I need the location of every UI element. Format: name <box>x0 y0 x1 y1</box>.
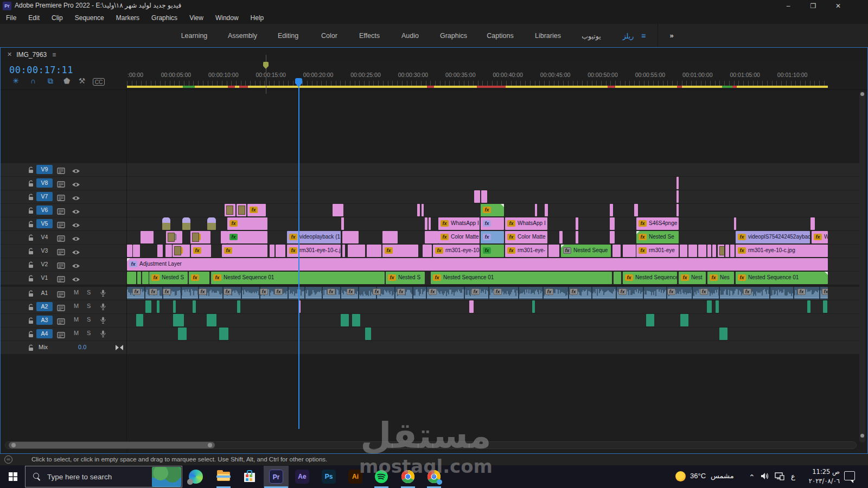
clip[interactable] <box>417 204 420 216</box>
solo-button[interactable]: S <box>87 330 91 336</box>
clip[interactable] <box>548 245 559 257</box>
clip[interactable]: rm301-eye-10-c.jfx <box>433 245 480 257</box>
weather-sun-icon[interactable] <box>675 471 686 481</box>
ruler-ticks[interactable] <box>127 81 828 86</box>
track-name-badge[interactable]: A4 <box>36 329 53 338</box>
network-icon[interactable] <box>775 472 784 480</box>
clip[interactable] <box>423 245 432 257</box>
clip[interactable]: Nested Sfx <box>386 272 425 284</box>
workspace-tab[interactable]: ريلز <box>623 32 634 40</box>
clip[interactable] <box>207 217 216 230</box>
clip[interactable]: fx <box>227 231 267 243</box>
lock-icon[interactable] <box>28 261 34 271</box>
sequence-marker-icon[interactable] <box>263 62 269 69</box>
clip[interactable] <box>610 217 615 230</box>
clip[interactable]: rm301-eyefx <box>636 245 679 257</box>
clip[interactable] <box>133 245 140 257</box>
clip[interactable]: Nested Sfx <box>149 272 188 284</box>
clip[interactable] <box>680 314 688 326</box>
vertical-scrollbar[interactable] <box>859 91 865 442</box>
clip[interactable] <box>342 231 359 243</box>
taskbar-app-photoshop[interactable]: Ps <box>322 470 336 484</box>
clip[interactable] <box>352 314 360 326</box>
workspace-tab[interactable]: Effects <box>359 32 380 40</box>
clip[interactable]: Nested Sefx <box>636 231 679 243</box>
clip[interactable] <box>612 245 621 257</box>
clip[interactable] <box>719 328 727 340</box>
clip[interactable] <box>173 314 184 326</box>
sync-lock-icon[interactable] <box>57 234 65 244</box>
clip[interactable] <box>341 217 344 230</box>
clip[interactable] <box>623 245 636 257</box>
clip[interactable]: Adjustment Layerfx <box>127 258 828 271</box>
lock-icon[interactable] <box>28 207 34 216</box>
lock-icon[interactable] <box>28 274 34 284</box>
clip[interactable] <box>142 272 149 284</box>
clip[interactable] <box>676 190 679 203</box>
clip[interactable] <box>810 217 815 230</box>
solo-button[interactable]: S <box>87 289 91 296</box>
clip[interactable] <box>137 272 141 284</box>
menu-graphics[interactable]: Graphics <box>145 14 183 22</box>
clip[interactable]: fx <box>227 217 267 230</box>
clip[interactable] <box>237 204 246 216</box>
lock-icon[interactable] <box>28 166 34 176</box>
track-name-badge[interactable]: A1 <box>36 288 53 298</box>
clip[interactable] <box>676 204 679 216</box>
menu-sequence[interactable]: Sequence <box>69 14 110 22</box>
track-output-eye-icon[interactable] <box>72 194 80 203</box>
clip[interactable]: fx <box>481 245 504 257</box>
clip[interactable]: fx <box>247 204 266 216</box>
clip[interactable] <box>165 245 172 257</box>
clip[interactable] <box>634 204 638 216</box>
clip[interactable]: Nested Sequencefx <box>623 272 677 284</box>
track-output-eye-icon[interactable] <box>72 180 80 190</box>
lock-icon[interactable] <box>28 290 34 299</box>
clip[interactable] <box>341 314 349 326</box>
clip[interactable] <box>610 204 613 216</box>
sync-lock-icon[interactable] <box>57 207 65 217</box>
clip[interactable] <box>219 328 228 340</box>
clip[interactable] <box>707 245 711 257</box>
menu-clip[interactable]: Clip <box>46 14 69 22</box>
clip[interactable]: fx <box>190 231 210 243</box>
clip[interactable] <box>545 204 548 216</box>
clip[interactable] <box>481 190 487 203</box>
track-output-eye-icon[interactable] <box>72 221 80 230</box>
voiceover-mic-icon[interactable] <box>100 303 106 313</box>
weather-temp[interactable]: 36°C <box>690 472 706 480</box>
clip[interactable] <box>712 245 716 257</box>
language-indicator[interactable]: ع <box>791 472 795 480</box>
lock-icon[interactable] <box>28 220 34 230</box>
sync-lock-icon[interactable] <box>57 275 65 285</box>
audio-waveform-clip[interactable]: fxfxfxfxfxfxfxfxfxfxfxfxfxfxfxfxfxfxfxfx… <box>127 287 828 299</box>
clip[interactable] <box>680 245 687 257</box>
scrollbar-handle-left[interactable] <box>11 443 16 447</box>
taskbar-app-aftereffects[interactable]: Ae <box>295 470 309 484</box>
clip[interactable]: fx <box>481 204 504 216</box>
clip[interactable] <box>145 300 151 313</box>
solo-button[interactable]: S <box>87 303 91 309</box>
clip[interactable] <box>532 300 535 313</box>
clip[interactable] <box>734 217 736 230</box>
keyframe-nav-icon[interactable] <box>116 345 123 350</box>
lock-icon[interactable] <box>28 317 34 326</box>
track-name-badge[interactable]: V1 <box>36 273 53 282</box>
clip[interactable] <box>348 245 365 257</box>
horizontal-scrollbar-thumb[interactable] <box>9 442 215 448</box>
clip[interactable] <box>270 245 275 257</box>
clip[interactable] <box>576 217 578 230</box>
sync-lock-icon[interactable] <box>57 166 65 176</box>
clip[interactable]: Nestfx <box>679 272 706 284</box>
clip[interactable] <box>535 204 537 216</box>
workspace-tab[interactable]: Color <box>321 32 337 40</box>
taskbar-app-store[interactable] <box>242 470 257 484</box>
clip[interactable] <box>576 231 578 243</box>
vscroll-handle-top[interactable] <box>860 92 864 96</box>
workspace-menu-icon[interactable]: ≡ <box>641 31 646 40</box>
clip[interactable]: Nested Sequence 01fx <box>736 272 828 284</box>
track-output-eye-icon[interactable] <box>72 261 80 271</box>
clip[interactable] <box>193 300 196 313</box>
tray-chevron-icon[interactable]: ⌃ <box>749 473 755 481</box>
clip[interactable]: fx <box>222 245 267 257</box>
